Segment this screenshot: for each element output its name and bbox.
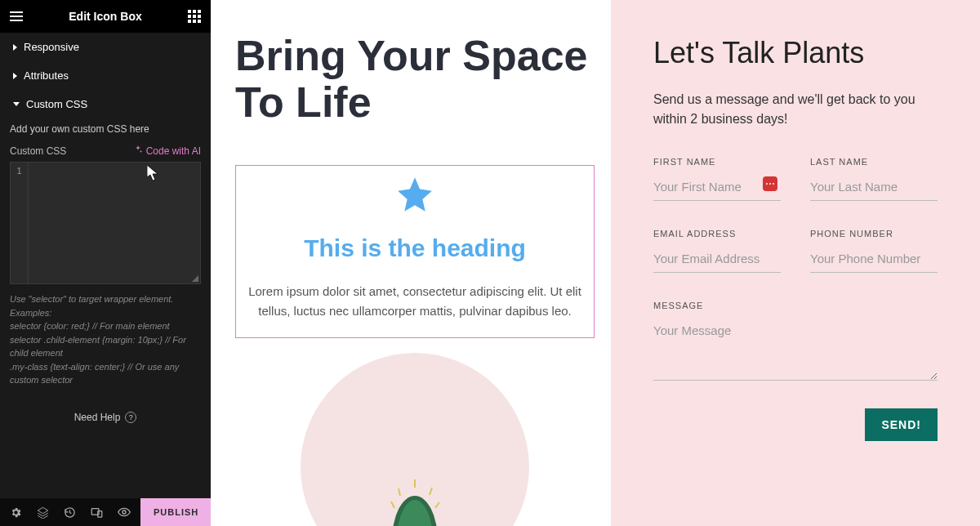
hero-heading: Bring Your Space To Life (235, 33, 595, 126)
section-custom-css[interactable]: Custom CSS (0, 90, 211, 118)
custom-css-label-row: Custom CSS Code with AI (0, 140, 211, 162)
star-icon (247, 174, 582, 218)
contact-form-panel: Let's Talk Plants Send us a message and … (611, 0, 980, 526)
first-name-input[interactable] (653, 176, 781, 201)
responsive-icon[interactable] (91, 506, 103, 519)
sidebar-title: Edit Icon Box (23, 10, 188, 23)
code-gutter: 1 (11, 163, 29, 283)
navigator-layers-icon[interactable] (37, 506, 49, 519)
cactus-illustration-icon (366, 467, 464, 526)
line-number: 1 (16, 166, 21, 176)
section-responsive[interactable]: Responsive (0, 33, 211, 61)
caret-right-icon (13, 73, 17, 79)
editor-sidebar: Edit Icon Box Responsive Attributes Cust… (0, 0, 211, 526)
publish-button[interactable]: PUBLISH (140, 498, 212, 526)
section-label: Custom CSS (26, 98, 87, 110)
hamburger-menu-icon[interactable] (10, 11, 23, 21)
page-content: Bring Your Space To Life This is the hea… (211, 0, 611, 526)
help-question-icon: ? (125, 412, 136, 423)
icon-box-widget[interactable]: This is the heading Lorem ipsum dolor si… (235, 165, 595, 338)
last-name-input[interactable] (810, 176, 938, 201)
caret-down-icon (13, 102, 20, 106)
message-label: MESSAGE (653, 301, 938, 310)
history-icon[interactable] (64, 506, 76, 519)
need-help-label: Need Help (74, 412, 121, 423)
code-body[interactable] (11, 163, 200, 166)
icon-box-text: Lorem ipsum dolor sit amet, consectetur … (247, 282, 582, 321)
email-input[interactable] (653, 248, 781, 273)
widget-grid-icon[interactable] (188, 10, 201, 23)
caret-right-icon (13, 44, 17, 51)
first-name-label: FIRST NAME (653, 157, 781, 167)
preview-eye-icon[interactable] (118, 506, 131, 519)
section-label: Responsive (24, 41, 79, 53)
email-label: EMAIL ADDRESS (653, 229, 781, 238)
code-with-ai-label: Code with AI (146, 145, 201, 157)
settings-gear-icon[interactable] (10, 506, 22, 519)
message-textarea[interactable] (653, 320, 938, 381)
cactus-image (301, 353, 529, 526)
custom-css-description: Add your own custom CSS here (0, 118, 211, 140)
section-label: Attributes (24, 69, 69, 82)
resize-handle-icon[interactable] (192, 275, 198, 282)
css-examples-help: Use "selector" to target wrapper element… (0, 284, 211, 395)
need-help-link[interactable]: Need Help ? (0, 395, 211, 456)
svg-point-2 (122, 510, 126, 514)
password-manager-icon[interactable] (763, 176, 777, 191)
contact-subtitle: Send us a message and we'll get back to … (653, 90, 938, 129)
icon-box-heading: This is the heading (247, 234, 582, 262)
section-attributes[interactable]: Attributes (0, 61, 211, 90)
phone-label: PHONE NUMBER (810, 229, 938, 238)
custom-css-label: Custom CSS (10, 145, 66, 157)
last-name-label: LAST NAME (810, 157, 938, 167)
contact-title: Let's Talk Plants (653, 36, 938, 70)
sparkle-icon (133, 145, 143, 157)
sidebar-bottom-bar: PUBLISH (0, 498, 211, 526)
editor-canvas: Bring Your Space To Life This is the hea… (211, 0, 980, 526)
code-with-ai-button[interactable]: Code with AI (133, 145, 201, 157)
phone-input[interactable] (810, 248, 938, 273)
custom-css-editor[interactable]: 1 (10, 162, 201, 284)
send-button[interactable]: SEND! (865, 408, 938, 441)
sidebar-header: Edit Icon Box (0, 0, 211, 33)
